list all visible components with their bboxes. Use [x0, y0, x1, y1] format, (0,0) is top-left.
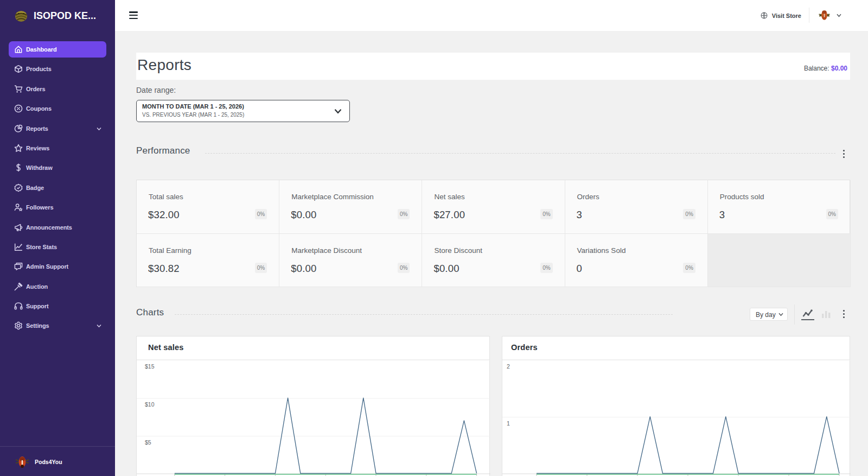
svg-text:$15: $15	[145, 363, 155, 370]
svg-text:$5: $5	[145, 439, 151, 446]
svg-text:1: 1	[507, 420, 510, 427]
svg-text:2: 2	[507, 363, 510, 370]
svg-text:$10: $10	[145, 401, 155, 408]
